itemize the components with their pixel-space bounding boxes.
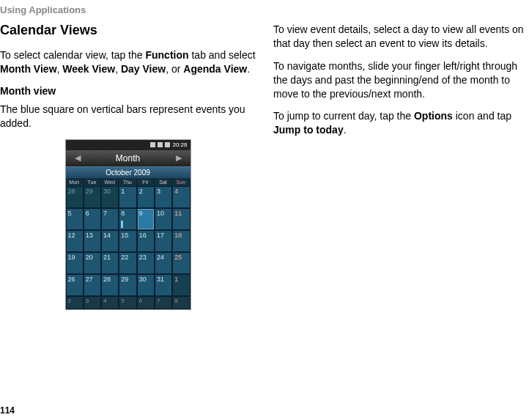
section-title: Calendar Views (0, 23, 256, 38)
day-cell: 28 (101, 274, 119, 296)
status-time: 20:28 (172, 141, 187, 148)
day-cell: 29 (84, 186, 101, 208)
day-cell: 30 (101, 186, 119, 208)
intro-paragraph: To select calendar view, tap the Functio… (0, 48, 256, 76)
day-cell: 7 (155, 296, 172, 309)
day-cell: 27 (84, 274, 101, 296)
day-cell: 3 (155, 186, 172, 208)
month-title: October 2009 (66, 166, 190, 178)
content-columns: Calendar Views To select calendar view, … (0, 23, 529, 310)
day-cell: 18 (172, 230, 190, 252)
dow-sun: Sun (172, 178, 190, 186)
day-cell: 22 (119, 252, 136, 274)
day-cell: 21 (101, 252, 119, 274)
day-view-label: Day View (121, 63, 166, 75)
page-header: Using Applications (0, 0, 529, 23)
day-cell: 11 (172, 208, 190, 230)
day-cell: 2 (66, 296, 84, 309)
day-cell: 20 (84, 252, 101, 274)
day-of-week-row: Mon Tue Wed Thu Fri Sat Sun (66, 178, 190, 186)
month-view-label: Month View (0, 63, 57, 75)
day-cell: 28 (66, 186, 84, 208)
day-cell: 14 (101, 230, 119, 252)
day-cell: 7 (101, 208, 119, 230)
text: To select calendar view, tap the (0, 49, 145, 61)
event-details-paragraph: To view event details, select a day to v… (273, 23, 529, 51)
day-cell: 8 (172, 296, 190, 309)
battery-icon (165, 142, 170, 147)
day-cell: 13 (84, 230, 101, 252)
day-cell: 4 (101, 296, 119, 309)
day-cell: 30 (137, 274, 155, 296)
status-bar: 20:28 (66, 140, 190, 150)
day-cell: 1 (119, 186, 136, 208)
day-cell: 25 (172, 252, 190, 274)
day-cell: 16 (137, 230, 155, 252)
day-cell: 10 (155, 208, 172, 230)
navigate-months-paragraph: To navigate months, slide your finger le… (273, 59, 529, 101)
day-cell: 31 (155, 274, 172, 296)
day-cell: 26 (66, 274, 84, 296)
day-cell: 29 (119, 274, 136, 296)
day-cell: 8 (119, 208, 136, 230)
chevron-left-icon: ◀ (75, 153, 81, 163)
day-cell: 1 (172, 274, 190, 296)
view-tab: ◀ Month ▶ (66, 150, 190, 166)
day-cell: 19 (66, 252, 84, 274)
function-label: Function (145, 49, 188, 61)
day-cell-today: 9 (137, 208, 155, 230)
tab-label: Month (116, 153, 140, 163)
dow-sat: Sat (155, 178, 172, 186)
day-cell: 17 (155, 230, 172, 252)
dow-fri: Fri (137, 178, 155, 186)
day-cell: 24 (155, 252, 172, 274)
text: . (344, 124, 347, 136)
week-view-label: Week View (62, 63, 115, 75)
day-cell: 12 (66, 230, 84, 252)
page-number: 114 (0, 405, 15, 416)
calendar-grid: 28 29 30 1 2 3 4 5 6 7 8 9 10 11 12 13 1… (66, 186, 190, 296)
next-month-row: 2 3 4 5 6 7 8 (66, 296, 190, 309)
agenda-view-label: Agenda View (183, 63, 247, 75)
text: icon and tap (453, 110, 511, 122)
month-view-desc: The blue square on vertical bars represe… (0, 103, 256, 130)
dow-mon: Mon (66, 178, 84, 186)
text: . (247, 63, 250, 75)
day-cell: 5 (66, 208, 84, 230)
jump-to-today-label: Jump to today (273, 124, 344, 136)
day-cell: 15 (119, 230, 136, 252)
dow-thu: Thu (119, 178, 136, 186)
signal-icon (150, 142, 155, 147)
day-cell: 4 (172, 186, 190, 208)
day-cell: 3 (84, 296, 101, 309)
text: , (115, 63, 121, 75)
day-cell: 6 (137, 296, 155, 309)
text: To jump to current day, tap the (273, 110, 414, 122)
left-column: Calendar Views To select calendar view, … (0, 23, 256, 310)
day-cell: 5 (119, 296, 136, 309)
phone-screenshot: 20:28 ◀ Month ▶ October 2009 Mon Tue Wed… (65, 139, 191, 310)
network-icon (158, 142, 163, 147)
day-cell: 23 (137, 252, 155, 274)
dow-wed: Wed (101, 178, 119, 186)
text: tab and select (189, 49, 256, 61)
dow-tue: Tue (84, 178, 101, 186)
day-cell: 2 (137, 186, 155, 208)
text: , or (166, 63, 183, 75)
day-cell: 6 (84, 208, 101, 230)
jump-today-paragraph: To jump to current day, tap the Options … (273, 109, 529, 137)
month-view-subhead: Month view (0, 85, 256, 97)
chevron-right-icon: ▶ (176, 153, 182, 163)
right-column: To view event details, select a day to v… (273, 23, 529, 310)
options-label: Options (414, 110, 453, 122)
